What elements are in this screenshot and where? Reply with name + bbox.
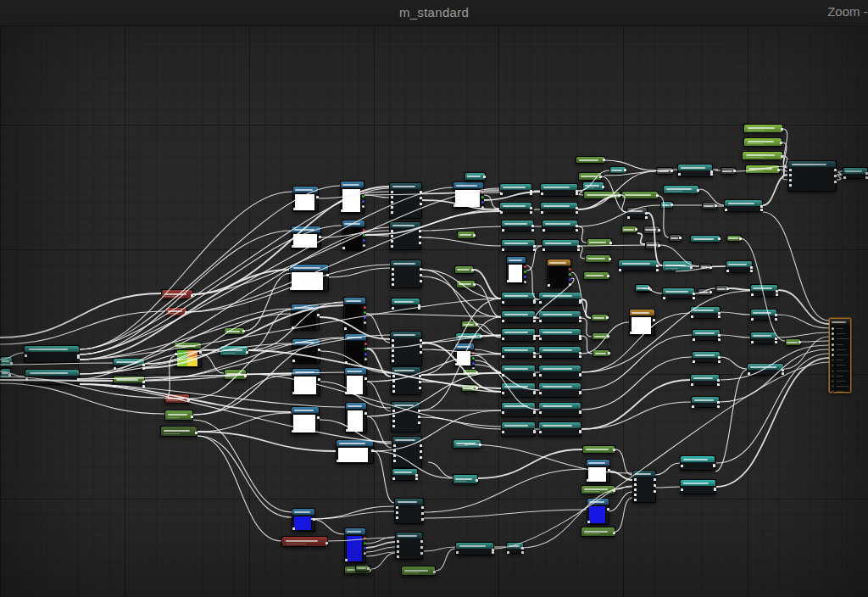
graph-node-g[interactable] [621,226,637,233]
pin[interactable] [419,387,421,389]
graph-node-t[interactable] [691,396,720,408]
pin[interactable] [726,287,729,290]
graph-node-wsp[interactable] [453,181,484,209]
graph-node-tall[interactable] [390,259,422,288]
graph-node-tall[interactable] [787,160,837,192]
pin[interactable] [781,128,783,131]
graph-node-t[interactable] [663,185,699,194]
pin[interactable] [507,551,509,554]
pin[interactable] [391,191,393,193]
pin[interactable] [421,506,424,509]
pin[interactable] [645,216,648,219]
pin[interactable] [472,362,475,365]
pin[interactable] [832,370,834,372]
pin[interactable] [832,375,834,377]
pin[interactable] [364,348,367,350]
pin[interactable] [697,189,699,192]
pin[interactable] [476,371,478,374]
graph-node-t[interactable] [501,220,534,232]
graph-node-t[interactable] [747,363,784,376]
pin[interactable] [634,478,637,481]
pin[interactable] [420,540,423,543]
pin[interactable] [362,205,364,208]
pin[interactable] [832,380,834,382]
pin[interactable] [420,280,422,282]
graph-node-bs[interactable] [291,304,320,331]
graph-node-ws[interactable] [291,226,321,249]
pin[interactable] [715,204,717,207]
pin[interactable] [750,270,753,272]
graph-node-usp[interactable] [344,527,366,563]
pin[interactable] [630,332,632,334]
graph-node-g[interactable] [401,566,436,576]
pin[interactable] [396,506,398,509]
pin[interactable] [142,364,145,366]
graph-node-t[interactable] [501,292,536,306]
pin[interactable] [391,201,393,204]
graph-node-t[interactable] [0,368,11,379]
pin[interactable] [579,316,581,319]
pin[interactable] [751,293,754,296]
graph-node-g[interactable] [457,231,476,239]
pin[interactable] [539,374,542,377]
graph-node-wsp[interactable] [454,343,475,367]
pin[interactable] [292,392,295,394]
pin[interactable] [476,387,478,389]
pin[interactable] [579,301,581,304]
pin[interactable] [142,385,145,388]
graph-node-tb[interactable] [680,455,715,471]
graph-node-d[interactable] [669,234,682,242]
pin[interactable] [834,169,837,171]
graph-node-g[interactable] [726,235,742,242]
pin[interactable] [364,547,366,550]
graph-node-t[interactable] [24,345,80,363]
pin[interactable] [776,293,778,296]
graph-node-t[interactable] [538,310,581,323]
pin[interactable] [364,552,366,555]
graph-node-tall[interactable] [389,182,422,219]
pin[interactable] [364,316,366,319]
graph-node-g[interactable] [581,527,615,537]
pin[interactable] [579,320,581,322]
pin[interactable] [363,244,365,247]
graph-node-t[interactable] [506,542,524,554]
graph-node-t[interactable] [582,181,604,191]
pin[interactable] [834,181,837,183]
pin[interactable] [420,444,422,447]
graph-node-tall[interactable] [392,436,422,468]
pin[interactable] [77,378,80,381]
pin[interactable] [670,204,673,206]
graph-node-g[interactable] [621,191,659,199]
graph-node-t[interactable] [453,474,478,484]
pin[interactable] [142,381,145,383]
pin[interactable] [392,349,394,352]
pin[interactable] [393,455,396,457]
graph-node-t[interactable] [113,358,145,371]
pin[interactable] [391,235,393,237]
pin[interactable] [364,353,367,355]
graph-node-t[interactable] [501,239,536,252]
pin[interactable] [789,184,792,187]
pin[interactable] [832,343,834,346]
pin[interactable] [789,169,792,171]
graph-node-g[interactable] [593,349,610,357]
graph-node-t[interactable] [540,202,578,214]
graph-node-t[interactable] [25,369,80,385]
pin[interactable] [479,444,481,446]
pin[interactable] [832,364,834,366]
graph-node-t[interactable] [750,309,777,321]
pin[interactable] [832,349,834,351]
pin[interactable] [392,390,395,393]
graph-node-bsp[interactable] [342,220,365,251]
graph-node-t[interactable] [501,402,536,417]
pin[interactable] [142,367,145,370]
graph-node-t[interactable] [692,329,721,341]
pin[interactable] [539,320,542,322]
pin[interactable] [342,247,345,249]
pin[interactable] [419,242,421,244]
graph-node-d[interactable] [698,288,712,296]
graph-node-t[interactable] [501,365,536,380]
pin[interactable] [420,450,422,453]
graph-node-d[interactable] [643,226,660,234]
pin[interactable] [191,294,193,297]
